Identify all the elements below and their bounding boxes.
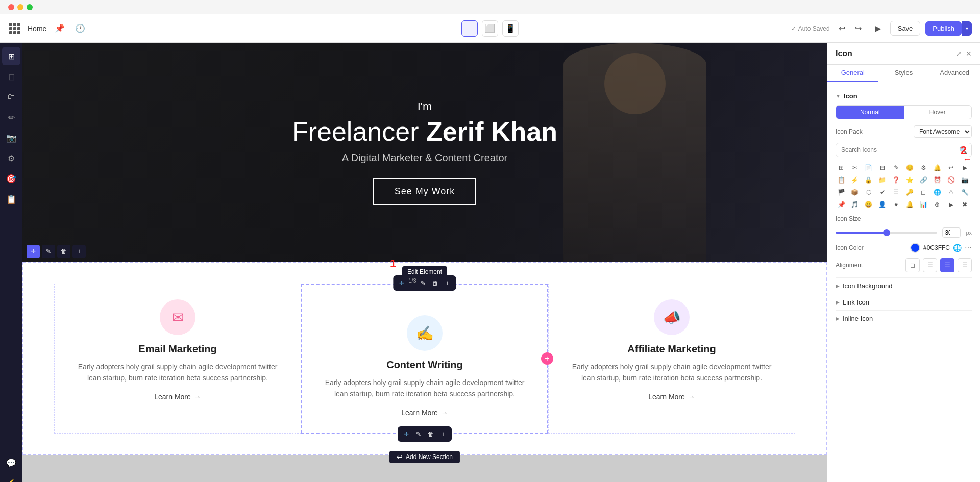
card-add-col-btn[interactable]: + [442,277,453,289]
icon-cell[interactable]: ⭐ [904,174,915,186]
sidebar-item-help[interactable]: 💬 [2,453,20,472]
icon-cell[interactable]: ✂ [849,162,861,173]
alignment-icon-center[interactable]: ☰ [940,258,954,272]
icon-cell[interactable]: 🔔 [932,162,943,173]
alignment-icon-left[interactable]: ◻ [905,258,920,272]
icon-cell[interactable]: ⊞ [836,162,847,173]
icon-cell[interactable]: ✔ [877,187,888,198]
icon-cell[interactable]: ❓ [891,174,902,186]
close-button[interactable] [8,4,14,10]
sidebar-item-target[interactable]: 🎯 [2,169,20,188]
add-column-badge[interactable]: + [541,352,553,365]
icon-cell[interactable]: 👤 [877,199,888,210]
undo-button[interactable]: ↩ [835,21,849,36]
inline-icon-section[interactable]: ▶ Inline Icon [836,310,972,326]
section-move-btn[interactable]: ✛ [27,245,40,258]
icon-pack-select[interactable]: Font Awesome [914,125,972,138]
section-edit-btn[interactable]: ✎ [42,245,55,258]
inner-add-btn[interactable]: + [437,428,449,440]
sidebar-item-more[interactable]: ⚡ [2,474,20,482]
sidebar-item-widget[interactable]: ◻ [2,67,20,86]
add-new-section-bar[interactable]: ↩ Add New Section [389,451,460,463]
icon-cell[interactable]: 📊 [918,199,929,210]
icon-cell[interactable]: 📄 [863,162,874,173]
home-nav-label[interactable]: Home [28,24,46,33]
icon-cell[interactable]: 🚫 [945,174,957,186]
tab-styles[interactable]: Styles [878,65,929,82]
card-link-affiliate[interactable]: Learn More → [648,393,695,401]
card-delete-btn[interactable]: 🗑 [430,277,441,289]
icon-cell[interactable]: ⚠ [945,187,957,198]
icon-cell[interactable]: ▶ [945,199,957,210]
traffic-lights[interactable] [6,4,35,10]
icon-cell[interactable]: ⊕ [932,199,943,210]
sidebar-item-pages[interactable]: 🗂 [2,88,20,106]
card-link-content[interactable]: Learn More → [401,409,448,417]
icon-cell[interactable]: ◻ [918,187,929,198]
publish-dropdown-button[interactable]: ▾ [962,21,972,36]
icon-cell[interactable]: 🌐 [932,187,943,198]
icon-cell[interactable]: 🔔 [904,199,915,210]
content-icon[interactable]: ✍ [407,315,443,351]
card-link-email[interactable]: Learn More → [154,393,201,401]
icon-cell[interactable]: 📷 [959,174,970,186]
pin-icon[interactable]: 📌 [53,21,67,36]
sidebar-item-media[interactable]: 📷 [2,129,20,147]
icon-cell[interactable]: 🎵 [849,199,861,210]
tab-hover[interactable]: Hover [904,106,972,119]
sidebar-item-grid[interactable]: ⊞ [2,47,20,65]
icon-cell[interactable]: 🔗 [918,174,929,186]
sidebar-item-edit[interactable]: ✏ [2,108,20,126]
icon-cell[interactable]: ⚡ [849,174,861,186]
search-icons-input[interactable] [836,143,972,157]
device-tablet-btn[interactable]: ⬜ [482,20,498,37]
save-button[interactable]: Save [890,21,921,36]
publish-button[interactable]: Publish [925,21,962,36]
device-mobile-btn[interactable]: 📱 [502,20,519,37]
panel-expand-btn[interactable]: ⤢ [955,49,962,58]
card-edit-btn[interactable]: ✎ [418,277,429,289]
redo-button[interactable]: ↪ [851,21,866,36]
alignment-icon-center-left[interactable]: ☰ [923,258,937,272]
icon-cell[interactable]: 📋 [836,174,847,186]
icon-color-more-btn[interactable]: ⋯ [965,244,972,252]
preview-button[interactable]: ▶ [871,21,885,36]
sidebar-item-clipboard[interactable]: 📋 [2,190,20,208]
icon-cell[interactable]: ⏰ [932,174,943,186]
icon-cell[interactable]: ⚙ [918,162,929,173]
icon-cell[interactable]: 😊 [904,162,915,173]
icon-cell[interactable]: 😀 [863,199,874,210]
icon-cell[interactable]: 📦 [849,187,861,198]
icon-cell[interactable]: 📌 [836,199,847,210]
device-desktop-btn[interactable]: 🖥 [461,20,478,37]
sidebar-item-settings[interactable]: ⚙ [2,149,20,167]
icon-cell[interactable]: ✖ [959,199,970,210]
icon-cell[interactable]: 🔧 [959,187,970,198]
tab-advanced[interactable]: Advanced [929,65,980,82]
hero-cta-button[interactable]: See My Work [373,178,477,205]
icon-cell[interactable]: ↩ [945,162,957,173]
icon-cell[interactable]: 🔒 [863,174,874,186]
tab-normal[interactable]: Normal [836,106,904,119]
icon-cell[interactable]: ✎ [891,162,902,173]
panel-close-btn[interactable]: ✕ [966,49,972,58]
inner-delete-btn[interactable]: 🗑 [425,428,436,440]
section-delete-btn[interactable]: 🗑 [57,245,70,258]
history-icon[interactable]: 🕐 [73,21,87,36]
inner-edit-btn[interactable]: ✎ [413,428,424,440]
icon-cell[interactable]: 📁 [877,174,888,186]
tab-general[interactable]: General [827,65,878,82]
icon-cell[interactable]: 🏴 [836,187,847,198]
icon-size-slider[interactable] [836,232,937,234]
apps-grid-icon[interactable] [8,22,21,35]
icon-cell[interactable]: ⊟ [877,162,888,173]
icon-size-value-input[interactable] [942,227,961,238]
alignment-icon-right[interactable]: ☰ [958,258,972,272]
section-add-btn[interactable]: + [72,245,86,258]
icon-cell[interactable]: 🔑 [904,187,915,198]
card-move-btn[interactable]: ✛ [396,277,407,289]
link-icon-section[interactable]: ▶ Link Icon [836,294,972,310]
icon-background-section[interactable]: ▶ Icon Background [836,277,972,294]
icon-color-globe-btn[interactable]: 🌐 [953,244,962,252]
minimize-button[interactable] [17,4,23,10]
